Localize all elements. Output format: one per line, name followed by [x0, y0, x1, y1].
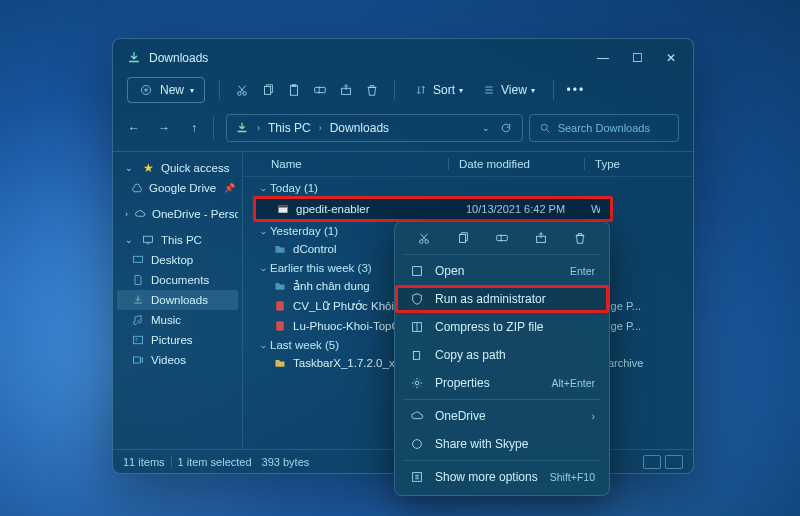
sidebar-desktop[interactable]: Desktop	[117, 250, 238, 270]
skype-icon	[409, 436, 425, 452]
tiles-view-button[interactable]	[665, 455, 683, 469]
search-box[interactable]	[529, 114, 679, 142]
svg-rect-20	[460, 235, 466, 243]
sort-icon	[413, 82, 429, 98]
sort-button[interactable]: Sort ▾	[409, 82, 467, 98]
copy-icon[interactable]	[260, 82, 276, 98]
svg-rect-21	[497, 235, 508, 240]
svg-point-1	[238, 92, 242, 96]
search-input[interactable]	[558, 122, 670, 134]
delete-icon[interactable]	[364, 82, 380, 98]
chevron-right-icon: ›	[592, 410, 596, 422]
svg-rect-11	[134, 336, 143, 344]
column-headers: Name Date modified Type	[243, 152, 693, 177]
pdf-icon	[273, 319, 287, 333]
paste-icon[interactable]	[286, 82, 302, 98]
svg-rect-23	[413, 267, 422, 276]
sidebar: ⌄ ★ Quick access Google Drive 📌 › OneDri…	[113, 152, 243, 449]
sidebar-pictures[interactable]: Pictures	[117, 330, 238, 350]
svg-rect-15	[279, 205, 288, 207]
svg-point-19	[425, 240, 429, 244]
ctx-onedrive[interactable]: OneDrive ›	[395, 402, 609, 430]
sidebar-gdrive[interactable]: Google Drive 📌	[117, 178, 238, 198]
copy-icon[interactable]	[455, 230, 471, 246]
sidebar-downloads[interactable]: Downloads	[117, 290, 238, 310]
share-icon[interactable]	[338, 82, 354, 98]
downloads-icon	[131, 293, 145, 307]
folder-icon	[273, 279, 287, 293]
svg-point-2	[243, 92, 247, 96]
up-button[interactable]: ↑	[187, 121, 201, 135]
forward-button[interactable]: →	[157, 121, 171, 135]
new-button[interactable]: New ▾	[127, 77, 205, 103]
svg-rect-4	[291, 86, 298, 96]
music-icon	[131, 313, 145, 327]
breadcrumb[interactable]: › This PC › Downloads ⌄	[226, 114, 523, 142]
ctx-properties[interactable]: Properties Alt+Enter	[395, 369, 609, 397]
details-view-button[interactable]	[643, 455, 661, 469]
more-button[interactable]: •••	[568, 82, 584, 98]
ctx-compress-zip[interactable]: Compress to ZIP file	[395, 313, 609, 341]
titlebar: Downloads — ☐ ✕	[113, 39, 693, 75]
documents-icon	[131, 273, 145, 287]
file-row-gpedit[interactable]: gpedit-enabler 10/13/2021 6:42 PM Window…	[253, 196, 613, 222]
more-icon	[409, 469, 425, 485]
star-icon: ★	[141, 161, 155, 175]
ctx-copy-path[interactable]: Copy as path	[395, 341, 609, 369]
cut-icon[interactable]	[234, 82, 250, 98]
search-icon	[538, 120, 552, 136]
sidebar-videos[interactable]: Videos	[117, 350, 238, 370]
rename-icon[interactable]	[312, 82, 328, 98]
view-icon	[481, 82, 497, 98]
minimize-button[interactable]: —	[597, 52, 609, 64]
pdf-icon	[273, 299, 287, 313]
address-bar-row: ← → ↑ › This PC › Downloads ⌄	[113, 111, 693, 151]
ctx-more-options[interactable]: Show more options Shift+F10	[395, 463, 609, 491]
downloads-icon	[127, 51, 141, 65]
maximize-button[interactable]: ☐	[631, 52, 643, 64]
pictures-icon	[131, 333, 145, 347]
status-size: 393 bytes	[262, 456, 310, 468]
ctx-run-as-admin[interactable]: Run as administrator	[395, 285, 609, 313]
ctx-skype[interactable]: Share with Skype	[395, 430, 609, 458]
back-button[interactable]: ←	[127, 121, 141, 135]
sidebar-onedrive[interactable]: › OneDrive - Perso	[117, 204, 238, 224]
window-title: Downloads	[149, 51, 597, 65]
col-type[interactable]: Type	[595, 158, 683, 170]
batch-file-icon	[276, 202, 290, 216]
rename-icon[interactable]	[494, 230, 510, 246]
svg-rect-13	[134, 357, 141, 363]
properties-icon	[409, 375, 425, 391]
zip-icon	[409, 319, 425, 335]
context-quick-actions	[395, 222, 609, 252]
svg-point-26	[415, 381, 419, 385]
path-icon	[409, 347, 425, 363]
svg-point-12	[136, 339, 138, 341]
svg-point-27	[413, 440, 422, 449]
folder-icon	[273, 242, 287, 256]
history-dropdown[interactable]: ⌄	[482, 123, 490, 133]
desktop-icon	[131, 253, 145, 267]
plus-icon	[138, 82, 154, 98]
cut-icon[interactable]	[416, 230, 432, 246]
crumb-downloads[interactable]: Downloads	[330, 121, 389, 135]
view-button[interactable]: View ▾	[477, 82, 539, 98]
col-name[interactable]: Name	[253, 158, 438, 170]
sidebar-documents[interactable]: Documents	[117, 270, 238, 290]
sidebar-thispc[interactable]: ⌄ This PC	[117, 230, 238, 250]
svg-point-8	[541, 124, 547, 130]
ctx-open[interactable]: Open Enter	[395, 257, 609, 285]
toolbar: New ▾ Sort ▾ View ▾ •••	[113, 75, 693, 111]
close-button[interactable]: ✕	[665, 52, 677, 64]
gdrive-icon	[131, 181, 143, 195]
crumb-thispc[interactable]: This PC	[268, 121, 311, 135]
sidebar-quick-access[interactable]: ⌄ ★ Quick access	[117, 158, 238, 178]
status-selected: 1 item selected	[178, 456, 252, 468]
refresh-button[interactable]	[498, 120, 514, 136]
delete-icon[interactable]	[572, 230, 588, 246]
sidebar-music[interactable]: Music	[117, 310, 238, 330]
share-icon[interactable]	[533, 230, 549, 246]
group-today[interactable]: ⌵Today (1)	[243, 179, 693, 196]
svg-rect-3	[265, 87, 271, 95]
col-date[interactable]: Date modified	[459, 158, 574, 170]
